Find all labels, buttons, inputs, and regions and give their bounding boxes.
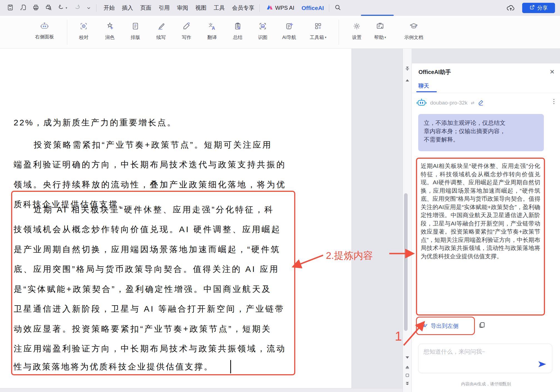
model-edit-button[interactable] bbox=[478, 99, 484, 107]
ribbon-divider bbox=[339, 20, 339, 45]
doc-boxed-line: 卫星通信进入新阶段，卫星与 AI 等融合打开新空间，产业链带 bbox=[14, 299, 296, 319]
previous-page-icon[interactable] bbox=[405, 365, 409, 370]
model-row: doubao-pro-32k ⇄ ⋮ bbox=[416, 97, 556, 108]
ribbon-divider bbox=[67, 20, 67, 45]
officeai-assistant-panel: OfficeAI助手 ✕ 聊天 doubao-pro-32k ⇄ ⋮ 立，不添加… bbox=[412, 63, 560, 392]
scrollbar-thumb[interactable] bbox=[404, 193, 408, 331]
menu-tab-officeai-active[interactable]: OfficeAI bbox=[301, 5, 324, 11]
print-preview-button[interactable] bbox=[45, 4, 52, 12]
print-button[interactable] bbox=[32, 4, 39, 12]
clipboard-summary-icon bbox=[234, 22, 242, 31]
proofread-icon bbox=[80, 22, 88, 31]
menu-tab-page[interactable]: 页面 bbox=[140, 4, 152, 12]
ribbon-toolbox-button[interactable]: 工具箱▾ bbox=[304, 22, 332, 41]
menu-tab-review[interactable]: 审阅 bbox=[177, 4, 188, 12]
ribbon-polish-button[interactable]: 润色 bbox=[98, 22, 122, 41]
redo-icon bbox=[73, 4, 81, 12]
menu-tab-wps-ai[interactable]: WPS AI bbox=[266, 4, 294, 12]
menu-tab-tools[interactable]: 工具 bbox=[214, 4, 225, 12]
undo-button[interactable]: ▾ bbox=[58, 4, 67, 12]
undo-icon bbox=[58, 4, 66, 12]
graduation-cap-icon bbox=[409, 22, 418, 31]
robot-panel-icon bbox=[40, 22, 49, 31]
ribbon-summarize-button[interactable]: 总结 bbox=[226, 22, 250, 41]
model-switch-icon[interactable]: ⇄ bbox=[471, 100, 474, 105]
doc-boxed-line: 底、应用突围”格局与货币政策导向契合。值得关注的 AI 应用 bbox=[14, 259, 296, 279]
doc-text-line: 22%，成为新质生产力的重要增长点。 bbox=[14, 113, 296, 133]
text-cursor bbox=[230, 360, 231, 373]
ribbon-writing-button[interactable]: 写作 bbox=[175, 22, 199, 41]
scroll-down-icon[interactable] bbox=[405, 355, 409, 360]
search-button[interactable] bbox=[334, 4, 341, 12]
next-page-icon[interactable] bbox=[405, 382, 409, 387]
undo-caret-icon: ▾ bbox=[66, 6, 67, 10]
toolbox-caret-icon: ▾ bbox=[325, 36, 326, 39]
topbar-divider bbox=[329, 4, 329, 12]
chat-input-box[interactable] bbox=[418, 344, 552, 373]
translate-icon: 文A bbox=[208, 22, 216, 31]
document-page[interactable]: 22%，成为新质生产力的重要增长点。 投资策略需紧扣“产业节奏+政策节点”。短期… bbox=[0, 49, 352, 388]
share-icon bbox=[529, 4, 535, 11]
doc-boxed-line: 性与政策落地将为优质科技企业提供估值支撑。 bbox=[14, 357, 296, 377]
redo-button[interactable] bbox=[73, 4, 81, 12]
ribbon-image-recognition-button[interactable]: 识图 bbox=[251, 22, 275, 41]
user-message-line: 不需要解释。 bbox=[424, 135, 538, 144]
ribbon-typeset-button[interactable]: 排版 bbox=[123, 22, 147, 41]
print-preview-icon bbox=[45, 4, 52, 12]
ribbon-continue-writing-button[interactable]: 续写 bbox=[149, 22, 173, 41]
export-check-icon bbox=[421, 322, 428, 330]
copy-icon[interactable] bbox=[479, 321, 486, 330]
share-button[interactable]: 分享 bbox=[522, 3, 555, 13]
toolbox-grid-icon bbox=[314, 22, 322, 31]
menu-bar: 开始 插入 页面 引用 审阅 视图 工具 会员专享 bbox=[104, 4, 254, 12]
ribbon-help-button[interactable]: 帮助▾ bbox=[368, 22, 393, 41]
export-pdf-button[interactable] bbox=[19, 4, 27, 12]
doc-text-line: 端盈利验证明确的方向，中长期布局技术迭代与政策支持共振的 bbox=[14, 155, 296, 175]
scroll-up-icon[interactable] bbox=[405, 78, 409, 83]
toolbar-more-button[interactable] bbox=[86, 6, 91, 11]
ribbon-translate-button[interactable]: 文A 翻译 bbox=[200, 22, 224, 41]
ribbon-settings-button[interactable]: 设置 bbox=[345, 22, 369, 41]
user-message-line: 章内容本身；仅输出摘要内容， bbox=[424, 127, 538, 135]
menu-tab-reference[interactable]: 引用 bbox=[159, 4, 170, 12]
wps-officeai-window: ▾ 开始 插入 页面 引用 审阅 视图 工具 会员专享 WPS AI Offic… bbox=[0, 0, 560, 392]
annotation-box-ai-response: 近期AI相关板块呈“硬件休整、应用走强”分化特征，科技领域机会从概念炒作转向价值… bbox=[416, 158, 545, 316]
wps-ai-logo-icon bbox=[266, 4, 273, 12]
menu-tab-insert[interactable]: 插入 bbox=[122, 4, 133, 12]
cloud-upload-button[interactable] bbox=[506, 3, 516, 14]
chat-input[interactable] bbox=[418, 344, 552, 363]
menu-tab-view[interactable]: 视图 bbox=[195, 4, 207, 12]
tab-chat[interactable]: 聊天 bbox=[418, 82, 429, 90]
help-caret-icon: ▾ bbox=[385, 36, 386, 39]
export-to-left-button[interactable]: 导出到左侧 bbox=[416, 317, 475, 335]
doc-boxed-line: 动效应显著。投资策略要紧扣“产业节奏+政策节点”，短期关 bbox=[14, 319, 296, 339]
ai-response-text: 近期AI相关板块呈“硬件休整、应用走强”分化特征，科技领域机会从概念炒作转向价值… bbox=[421, 162, 540, 260]
split-view-icon[interactable] bbox=[405, 67, 409, 72]
ribbon-sample-doc-button[interactable]: 示例文档 bbox=[398, 22, 429, 41]
officeai-ribbon: 右侧面板 校对 润色 排版 续写 写作 bbox=[0, 16, 560, 49]
print-icon bbox=[32, 4, 39, 12]
robot-avatar bbox=[416, 98, 427, 108]
menu-tab-start[interactable]: 开始 bbox=[104, 4, 115, 12]
panel-title: OfficeAI助手 bbox=[418, 68, 451, 76]
export-pdf-icon bbox=[19, 4, 27, 12]
send-icon[interactable] bbox=[537, 360, 547, 369]
menu-tab-member[interactable]: 会员专享 bbox=[232, 4, 254, 12]
pen-continue-icon bbox=[157, 22, 165, 31]
save-button[interactable] bbox=[7, 4, 14, 12]
close-icon[interactable]: ✕ bbox=[550, 68, 555, 76]
panel-header: OfficeAI助手 ✕ bbox=[412, 63, 560, 81]
ribbon-proofread-button[interactable]: 校对 bbox=[72, 22, 96, 41]
ribbon-ai-navigation-button[interactable]: AI导航 bbox=[276, 22, 302, 41]
horizontal-scrollbar[interactable] bbox=[0, 388, 403, 392]
select-browse-object-icon[interactable] bbox=[405, 373, 409, 378]
ribbon-right-panel-button[interactable]: 右侧面板 bbox=[28, 22, 61, 40]
doc-text-line: 投资策略需紧扣“产业节奏+政策节点”。短期可关注应用 bbox=[14, 135, 296, 155]
model-name: doubao-pro-32k bbox=[430, 100, 467, 106]
pencil-icon bbox=[182, 22, 191, 31]
doc-text-line: 领域。央行持续释放的流动性，叠加产业政策细化落地，将为优 bbox=[14, 175, 296, 195]
document-scrollbar[interactable] bbox=[403, 49, 412, 392]
ai-disclaimer: 内容由AI生成，请仔细甄别 bbox=[412, 381, 560, 387]
more-options-icon[interactable]: ⋮ bbox=[551, 98, 557, 105]
gear-icon bbox=[353, 22, 361, 31]
